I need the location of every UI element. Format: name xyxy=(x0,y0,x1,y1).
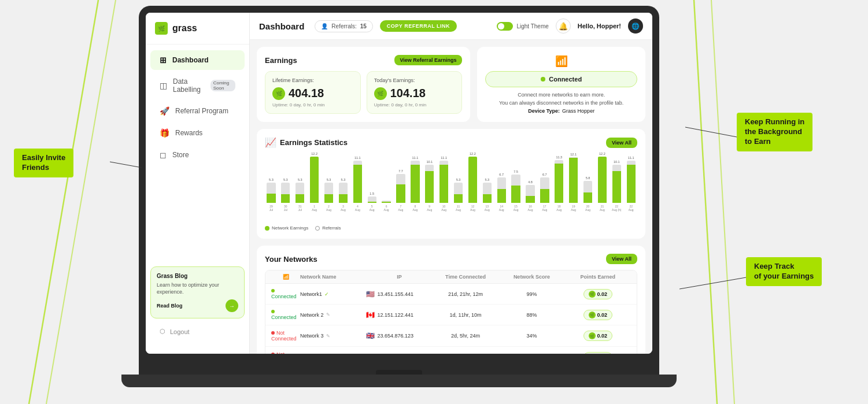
bar-date-19: 17Aug xyxy=(542,205,547,212)
stats-view-all-button[interactable]: View All xyxy=(606,138,637,148)
td-status-1: Connected xyxy=(271,309,300,320)
sidebar-label-rewards: Rewards xyxy=(175,129,202,137)
sidebar-item-data-labelling[interactable]: ◫ Data Labelling Coming Soon xyxy=(150,72,245,99)
sidebar-item-dashboard[interactable]: ⊞ Dashboard xyxy=(150,50,245,70)
td-time-0: 21d, 21hr, 12m xyxy=(433,291,498,297)
sidebar-item-referral[interactable]: 🚀 Referral Program xyxy=(150,101,245,121)
bar-group-19: 6.717Aug xyxy=(538,173,551,212)
laptop-screen: 🌿 grass ⊞ Dashboard ◫ Data Labelling Com… xyxy=(146,13,652,354)
connected-button[interactable]: Connected xyxy=(485,71,637,87)
dashboard-icon: ⊞ xyxy=(160,55,167,65)
bar-group-10: 11.18Aug xyxy=(409,156,422,212)
bar-date-18: 16Aug xyxy=(528,205,533,212)
bar-group-16: 6.714Aug xyxy=(495,173,508,212)
bar-value-label-19: 6.7 xyxy=(542,173,547,176)
bar-value-label-1: 5.3 xyxy=(283,178,288,181)
bar-value-label-12: 11.1 xyxy=(441,156,447,160)
wifi-icon: 📶 xyxy=(555,55,568,68)
td-points-3: 🌿1.56 xyxy=(565,352,631,354)
connected-card: 📶 Connected Connect more networks to ear… xyxy=(477,47,645,122)
bar-date-14: 12Aug xyxy=(470,205,475,212)
view-referral-earnings-button[interactable]: View Referral Earnings xyxy=(394,55,463,65)
blog-arrow-button[interactable]: → xyxy=(226,299,238,312)
bar-date-1: 30Jul xyxy=(284,205,287,212)
bar-date-15: 13Aug xyxy=(485,205,490,212)
bar-date-2: 31Jul xyxy=(298,205,302,212)
stats-card: 📈 Earnings Statistics View All 5.329Jul5… xyxy=(257,129,645,239)
bar-value-label-4: 5.3 xyxy=(327,178,331,181)
logout-label: Logout xyxy=(170,328,190,335)
sidebar: 🌿 grass ⊞ Dashboard ◫ Data Labelling Com… xyxy=(146,13,250,354)
topbar-right: Light Theme 🔔 Hello, Hopper! 🌐 xyxy=(497,18,643,34)
stats-header: 📈 Earnings Statistics View All xyxy=(265,137,637,148)
toggle-thumb xyxy=(498,23,504,29)
td-name-2: Network 3✎ xyxy=(300,333,366,339)
legend-network: Network Earnings xyxy=(265,225,308,231)
logout-item[interactable]: ⬡ Logout xyxy=(150,323,245,340)
bar-date-20: 18Aug xyxy=(556,205,562,212)
legend-referral-dot xyxy=(315,226,320,231)
bar-date-5: 3Aug xyxy=(341,205,346,212)
earnings-boxes: Lifetime Earnings: 🌿 404.18 Uptime: 0 da… xyxy=(265,71,462,114)
copy-referral-link-button[interactable]: COPY REFERRAL LINK xyxy=(380,20,457,32)
sidebar-label-referral: Referral Program xyxy=(175,107,228,115)
svg-line-5 xyxy=(685,127,737,137)
bar-value-label-7: 1.5 xyxy=(370,192,374,195)
lifetime-amount-row: 🌿 404.18 xyxy=(272,87,353,100)
sidebar-item-rewards[interactable]: 🎁 Rewards xyxy=(150,123,245,143)
th-points: Points Earned xyxy=(565,274,631,280)
bar-date-8: 6Aug xyxy=(384,205,389,212)
legend-referral: Referrals xyxy=(315,225,341,231)
theme-toggle[interactable]: Light Theme xyxy=(497,22,548,31)
bar-value-label-13: 5.3 xyxy=(456,178,461,181)
bar-group-18: 4.816Aug xyxy=(524,180,537,212)
todays-earnings-box: Today's Earnings: 🌿 104.18 Uptime: 0 day… xyxy=(367,71,463,114)
bar-date-23: 21Aug xyxy=(600,205,605,212)
logo-text: grass xyxy=(172,23,197,34)
chart-legend: Network Earnings Referrals xyxy=(265,225,637,231)
bar-date-17: 15Aug xyxy=(514,205,519,212)
svg-line-0 xyxy=(29,0,98,404)
avatar: 🌐 xyxy=(628,18,643,34)
blog-card-title: Grass Blog xyxy=(157,273,238,279)
td-status-0: Connected xyxy=(271,288,300,299)
td-score-0: 99% xyxy=(498,291,564,297)
bar-date-21: 19Aug xyxy=(571,205,576,212)
td-status-2: Not Connected xyxy=(271,330,300,342)
bar-date-16: 14Aug xyxy=(499,205,504,212)
bar-value-label-15: 5.3 xyxy=(485,178,489,181)
referral-pill: 👤 Referrals: 15 xyxy=(315,20,372,32)
td-name-1: Network 2✎ xyxy=(300,312,366,318)
bar-date-25: 22Aug xyxy=(629,205,634,212)
td-time-1: 1d, 11hr, 10m xyxy=(433,312,498,318)
hello-text: Hello, Hopper! xyxy=(578,23,621,29)
bar-group-13: 5.311Aug xyxy=(452,178,465,212)
todays-label: Today's Earnings: xyxy=(374,77,455,83)
read-blog-link[interactable]: Read Blog xyxy=(157,303,183,309)
bar-value-label-18: 4.8 xyxy=(528,180,533,184)
bar-value-label-10: 11.1 xyxy=(412,156,418,160)
earnings-title: Earnings xyxy=(265,56,297,65)
td-score-1: 88% xyxy=(498,312,564,318)
logout-icon: ⬡ xyxy=(160,328,165,335)
bar-value-label-17: 7.5 xyxy=(514,170,518,173)
toggle-track xyxy=(497,22,513,31)
bar-value-label-0: 5.3 xyxy=(269,178,274,181)
bar-group-14: 12.212Aug xyxy=(466,152,479,212)
svg-line-2 xyxy=(694,0,717,404)
bar-value-label-23: 12.2 xyxy=(599,152,605,155)
lifetime-label: Lifetime Earnings: xyxy=(272,77,353,83)
td-ip-0: 🇺🇸13.451.155.441 xyxy=(366,290,432,298)
sidebar-item-store[interactable]: ◻ Store xyxy=(150,145,245,165)
laptop-base xyxy=(121,375,677,387)
bar-date-4: 2Aug xyxy=(326,205,331,212)
td-score-2: 34% xyxy=(498,333,564,339)
bar-group-23: 12.221Aug xyxy=(596,152,608,212)
td-points-1: 🌿0.02 xyxy=(565,310,631,320)
legend-network-dot xyxy=(265,226,269,231)
networks-view-all-button[interactable]: View All xyxy=(606,254,637,264)
td-points-0: 🌿0.02 xyxy=(565,289,631,299)
td-time-2: 2d, 5hr, 24m xyxy=(433,333,498,339)
stats-title: Earnings Statistics xyxy=(280,138,348,147)
bell-icon[interactable]: 🔔 xyxy=(556,18,571,34)
